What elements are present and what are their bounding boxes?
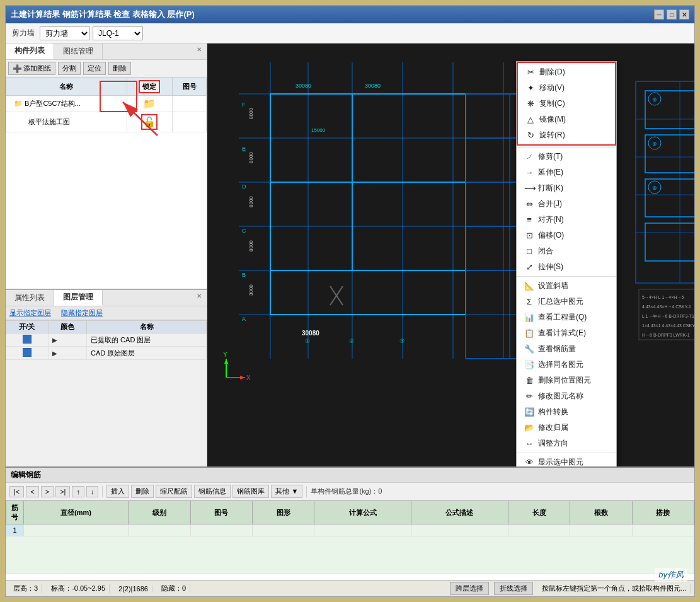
- element-type-select[interactable]: 剪力墙: [40, 26, 90, 40]
- stretch-icon: ⤢: [524, 262, 534, 272]
- status-bar: 层高：3 标高：-0.05~2.95 2(2)|1686 隐藏：0 跨层选择 折…: [6, 580, 694, 596]
- rebar-info-button[interactable]: 钢筋信息: [194, 485, 231, 498]
- maximize-button[interactable]: □: [667, 9, 677, 20]
- ctx-set-slant-wall[interactable]: 📐 设置斜墙: [517, 278, 616, 294]
- panel-tabs-bottom: 属性列表 图层管理 ✕: [6, 290, 207, 306]
- ctx-stretch[interactable]: ⤢ 拉伸(S): [517, 259, 616, 275]
- rebar-col-splice: 搭接: [632, 501, 694, 524]
- rebar-prev-button[interactable]: <: [26, 486, 38, 497]
- rebar-delete-button[interactable]: 删除: [131, 485, 154, 498]
- show-layer-link[interactable]: 显示指定图层: [9, 308, 51, 318]
- ctx-move[interactable]: ✦ 移动(V): [518, 80, 615, 96]
- rebar-col-diameter: 直径(mm): [24, 501, 129, 524]
- rebar-col-grade: 级别: [129, 501, 190, 524]
- ctx-rotate[interactable]: ↻ 旋转(R): [518, 127, 615, 143]
- ctx-view-formula[interactable]: 📋 查看计算式(E): [517, 325, 616, 341]
- rotate-icon: ↻: [525, 130, 536, 140]
- bottom-panel-title: 编辑钢筋: [6, 468, 694, 483]
- ctx-break[interactable]: ⟿ 打断(K): [517, 180, 616, 196]
- layer-checkbox-1[interactable]: [6, 333, 49, 347]
- ctx-rename[interactable]: ✏ 修改图元名称: [517, 388, 616, 404]
- status-hidden: 隐藏：0: [158, 584, 190, 593]
- tab-property-list[interactable]: 属性列表: [6, 290, 54, 306]
- svg-rect-0: [207, 43, 694, 466]
- close-button[interactable]: ✕: [679, 9, 689, 20]
- row-name-child: 板平法施工图: [6, 112, 127, 132]
- row-lock-open[interactable]: 🔓: [127, 112, 172, 132]
- svg-text:A: A: [242, 316, 246, 322]
- ctx-view-rebar[interactable]: 🔧 查看钢筋量: [517, 341, 616, 357]
- svg-text:L 1→4×H→6 B-DRPF3-T1 LWRK: L 1→4×H→6 B-DRPF3-T1 LWRK: [642, 314, 694, 318]
- rebar-scale-button[interactable]: 缩尺配筋: [156, 485, 192, 498]
- add-drawing-button[interactable]: ➕ 添加图纸: [8, 62, 55, 75]
- status-instruction: 按鼠标左键指定第一个角点，或拾取构件图元...: [538, 584, 691, 593]
- cross-floor-select-button[interactable]: 跨层选择: [450, 582, 489, 595]
- rebar-insert-button[interactable]: 插入: [106, 485, 129, 498]
- svg-text:8000: 8000: [248, 152, 254, 163]
- title-bar-controls: ─ □ ✕: [654, 9, 689, 20]
- toolbar-label1: 剪力墙: [9, 28, 37, 38]
- svg-text:30080: 30080: [295, 83, 311, 89]
- layer-name-1: 已提取的 CAD 图层: [87, 333, 207, 347]
- tab-drawing-management[interactable]: 图纸管理: [54, 43, 103, 59]
- svg-text:B: B: [242, 272, 246, 278]
- show-selected-icon: 👁: [524, 458, 534, 466]
- ctx-adjust-direction[interactable]: ↔ 调整方向: [517, 436, 616, 451]
- col-layername: 名称: [87, 321, 207, 333]
- toolbar-separator2: [306, 486, 307, 497]
- ctx-mirror[interactable]: △ 镜像(M): [518, 112, 615, 127]
- rebar-up-button[interactable]: ↑: [72, 486, 84, 497]
- ctx-offset[interactable]: ⊡ 偏移(O): [517, 228, 616, 243]
- minimize-button[interactable]: ─: [654, 9, 664, 20]
- split-button[interactable]: 分割: [58, 62, 81, 75]
- ctx-delete[interactable]: ✂ 删除(D): [518, 64, 615, 80]
- rebar-last-button[interactable]: >|: [55, 486, 70, 497]
- ctx-summarize[interactable]: Σ 汇总选中图元: [517, 294, 616, 310]
- svg-text:E: E: [242, 146, 246, 152]
- row-lock-folder[interactable]: 📁: [127, 96, 172, 112]
- status-elevation: 标高：-0.05~2.95: [47, 584, 110, 593]
- ctx-align[interactable]: ≡ 对齐(N): [517, 212, 616, 228]
- rebar-first-button[interactable]: |<: [9, 486, 24, 497]
- main-window: 土建计算结果 钢筋计算结果 检查 表格输入 层作(P) ─ □ ✕ 剪力墙 剪力…: [5, 5, 695, 597]
- rebar-down-button[interactable]: ↓: [86, 486, 99, 497]
- ctx-show-selected[interactable]: 👁 显示选中图元: [517, 454, 616, 466]
- layer-checkbox-2[interactable]: [6, 347, 49, 360]
- rebar-library-button[interactable]: 钢筋图库: [232, 485, 269, 498]
- ctx-view-quantity[interactable]: 📊 查看工程量(Q): [517, 310, 616, 325]
- component-table: 名称 锁定 图号 📁 B户型C5C7结构...: [6, 78, 207, 289]
- rebar-other-button[interactable]: 其他 ▼: [271, 485, 302, 498]
- hide-layer-link[interactable]: 隐藏指定图层: [61, 308, 103, 318]
- ctx-copy[interactable]: ❋ 复制(C): [518, 96, 615, 112]
- ctx-close[interactable]: □ 闭合: [517, 243, 616, 259]
- trim-icon: ⟋: [524, 152, 534, 161]
- ctx-extend[interactable]: → 延伸(E): [517, 165, 616, 180]
- tab-component-list[interactable]: 构件列表: [6, 43, 54, 59]
- rebar-cell: [24, 524, 129, 536]
- rebar-cell: [252, 524, 314, 536]
- locate-button[interactable]: 定位: [83, 62, 106, 75]
- element-id-select[interactable]: JLQ-1: [93, 26, 143, 40]
- panel-close-bottom[interactable]: ✕: [192, 290, 207, 306]
- formula-icon: 📋: [524, 328, 534, 338]
- ctx-delete-overlap[interactable]: 🗑 删除同位置图元: [517, 373, 616, 388]
- delete-drawing-button[interactable]: 删除: [108, 62, 131, 75]
- panel-close-top[interactable]: ✕: [192, 43, 207, 59]
- component-toolbar: ➕ 添加图纸 分割 定位 删除: [6, 60, 207, 78]
- panel-tabs-top: 构件列表 图纸管理 ✕: [6, 43, 207, 60]
- title-bar: 土建计算结果 钢筋计算结果 检查 表格输入 层作(P) ─ □ ✕: [6, 6, 694, 23]
- svg-text:1×4.43×1 4.43×4.43 CSKY-2: 1×4.43×1 4.43×4.43 CSKY-2: [642, 323, 694, 328]
- context-menu[interactable]: ✂ 删除(D) ✦ 移动(V) ❋ 复制(C) △ 镜像(M): [516, 61, 617, 466]
- polyline-select-button[interactable]: 折线选择: [494, 582, 533, 595]
- tab-layer-management[interactable]: 图层管理: [54, 290, 103, 306]
- signature-text: by作风: [658, 570, 684, 579]
- ctx-convert[interactable]: 🔄 构件转换: [517, 404, 616, 420]
- rebar-col-length: 长度: [508, 501, 570, 524]
- cad-area[interactable]: 30080 30080 15000 F E D C B A ① ② ③ 8000…: [207, 43, 694, 466]
- ctx-select-same[interactable]: 📑 选择同名图元: [517, 357, 616, 373]
- ctx-change-floor[interactable]: 📂 修改归属: [517, 420, 616, 436]
- rebar-col-formula-desc: 公式描述: [411, 501, 508, 524]
- ctx-join[interactable]: ⇔ 合并(J): [517, 196, 616, 212]
- ctx-trim[interactable]: ⟋ 修剪(T): [517, 149, 616, 165]
- rebar-next-button[interactable]: >: [41, 486, 54, 497]
